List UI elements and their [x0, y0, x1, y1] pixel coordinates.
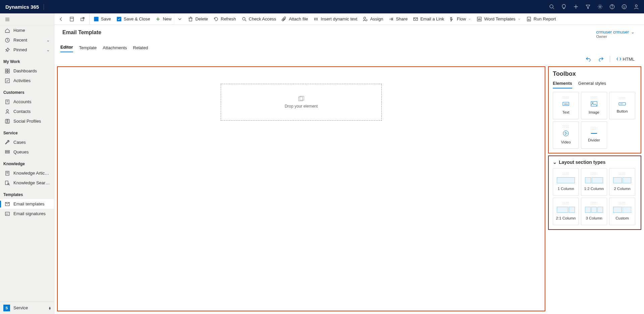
gear-icon[interactable]: [594, 0, 606, 13]
layout-12col[interactable]: ::::::1:2 Column: [581, 168, 607, 196]
owner-field[interactable]: crmuser crmuser⌄ Owner: [596, 29, 636, 39]
area-label: Service: [13, 305, 46, 310]
svg-rect-28: [5, 152, 9, 153]
dashboard-icon: [5, 68, 10, 74]
svg-rect-20: [5, 79, 9, 83]
clock-icon: [5, 38, 10, 43]
sidebar-item-articles[interactable]: Knowledge Articles: [0, 168, 54, 178]
redo-button[interactable]: [596, 55, 606, 63]
new-button[interactable]: New: [153, 13, 174, 24]
updown-icon: ▴▾: [49, 306, 51, 310]
back-button[interactable]: [56, 13, 66, 24]
undo-button[interactable]: [583, 55, 594, 63]
dynamic-text-button[interactable]: Insert dynamic text: [311, 13, 360, 24]
dropzone[interactable]: Drop your element: [221, 84, 382, 121]
chevron-down-icon: ⌄: [631, 29, 635, 35]
sidebar: Home Recent ⌄ Pinned ⌄ My Work Dashboard…: [0, 13, 54, 314]
svg-point-10: [625, 6, 625, 6]
sidebar-item-recent[interactable]: Recent ⌄: [0, 35, 54, 45]
svg-line-34: [9, 185, 10, 185]
element-text[interactable]: ::::::AbcText: [553, 92, 579, 119]
panel-button[interactable]: [66, 13, 77, 24]
sidebar-item-queues[interactable]: Queues: [0, 147, 54, 157]
svg-point-48: [364, 17, 366, 19]
delete-button[interactable]: Delete: [185, 13, 211, 24]
element-divider[interactable]: ::::::Divider: [581, 121, 607, 149]
cmd-label: Share: [396, 16, 408, 21]
svg-point-63: [563, 131, 569, 136]
element-image[interactable]: ::::::Image: [581, 92, 607, 119]
idea-icon[interactable]: [558, 0, 570, 13]
sidebar-item-cases[interactable]: Cases: [0, 137, 54, 147]
sidebar-item-label: Cases: [13, 140, 50, 145]
layout-3col[interactable]: ::::::3 Column: [581, 198, 607, 225]
sidebar-item-label: Knowledge Search: [13, 180, 50, 185]
building-icon: [5, 99, 10, 105]
sidebar-item-activities[interactable]: Activities: [0, 76, 54, 85]
layout-section-header[interactable]: ⌄ Layout section types: [553, 160, 637, 165]
refresh-button[interactable]: Refresh: [211, 13, 239, 24]
sidebar-item-label: Social Profiles: [13, 119, 50, 124]
svg-rect-27: [5, 150, 9, 151]
attach-button[interactable]: Attach file: [279, 13, 311, 24]
sidebar-item-accounts[interactable]: Accounts: [0, 97, 54, 107]
emoji-icon[interactable]: [619, 0, 630, 13]
layout-21col[interactable]: ::::::2:1 Column: [553, 198, 579, 225]
sidebar-item-search[interactable]: Knowledge Search: [0, 178, 54, 188]
top-bar: Dynamics 365: [0, 0, 644, 13]
layout-1col[interactable]: ::::::1 Column: [553, 168, 579, 196]
sidebar-item-home[interactable]: Home: [0, 25, 54, 35]
tooltab-styles[interactable]: General styles: [578, 81, 606, 88]
save-close-button[interactable]: Save & Close: [114, 13, 153, 24]
save-button[interactable]: Save: [91, 13, 114, 24]
popout-button[interactable]: [77, 13, 88, 24]
share-button[interactable]: Share: [386, 13, 410, 24]
tile-label: Video: [561, 140, 571, 144]
record-title: Email Template: [62, 29, 101, 36]
cmd-label: Attach file: [289, 16, 308, 21]
element-button[interactable]: ::::::Button: [609, 92, 635, 119]
check-access-button[interactable]: Check Access: [239, 13, 279, 24]
drop-icon: [298, 96, 304, 101]
element-video[interactable]: ::::::Video: [553, 121, 579, 149]
add-icon[interactable]: [570, 0, 582, 13]
search-icon[interactable]: [546, 0, 557, 13]
sidebar-item-email-templates[interactable]: Email templates: [0, 199, 54, 209]
sidebar-item-label: Activities: [13, 78, 50, 83]
canvas[interactable]: Drop your element: [57, 66, 545, 311]
sidebar-item-dashboards[interactable]: Dashboards: [0, 66, 54, 76]
run-report-button[interactable]: Run Report: [524, 13, 558, 24]
svg-rect-37: [70, 17, 73, 21]
chevron-down-icon: ⌄: [46, 38, 50, 43]
filter-icon[interactable]: [582, 0, 594, 13]
word-templates-button[interactable]: Word Templates: [474, 13, 523, 24]
new-dropdown[interactable]: [174, 13, 185, 24]
sidebar-item-signatures[interactable]: Email signatures: [0, 209, 54, 218]
sidebar-item-social[interactable]: Social Profiles: [0, 116, 54, 126]
user-icon[interactable]: [631, 0, 642, 13]
tab-attachments[interactable]: Attachments: [103, 43, 127, 52]
tab-editor[interactable]: Editor: [60, 43, 73, 52]
layout-title: Layout section types: [559, 160, 605, 165]
assign-button[interactable]: Assign: [360, 13, 386, 24]
record-tabs: Editor Template Attachments Related: [54, 43, 644, 52]
sidebar-item-pinned[interactable]: Pinned ⌄: [0, 45, 54, 55]
tab-template[interactable]: Template: [79, 43, 97, 52]
tile-label: 1 Column: [557, 187, 574, 191]
email-link-button[interactable]: Email a Link: [410, 13, 447, 24]
tile-label: Image: [589, 110, 599, 114]
layout-2col[interactable]: ::::::2 Column: [609, 168, 635, 196]
tab-related[interactable]: Related: [133, 43, 148, 52]
sidebar-item-label: Knowledge Articles: [13, 171, 50, 176]
toolbox-panel: Toolbox Elements General styles ::::::Ab…: [548, 66, 641, 153]
layout-custom[interactable]: ::::::Custom: [609, 198, 635, 225]
sidebar-item-contacts[interactable]: Contacts: [0, 107, 54, 116]
help-icon[interactable]: [606, 0, 618, 13]
booksearch-icon: [5, 180, 10, 186]
tooltab-elements[interactable]: Elements: [553, 81, 572, 88]
area-switcher[interactable]: S Service ▴▾: [0, 301, 54, 314]
svg-line-1: [553, 8, 554, 9]
hamburger-button[interactable]: [0, 13, 54, 25]
html-toggle[interactable]: HTML: [613, 55, 637, 63]
flow-button[interactable]: Flow: [447, 13, 474, 24]
